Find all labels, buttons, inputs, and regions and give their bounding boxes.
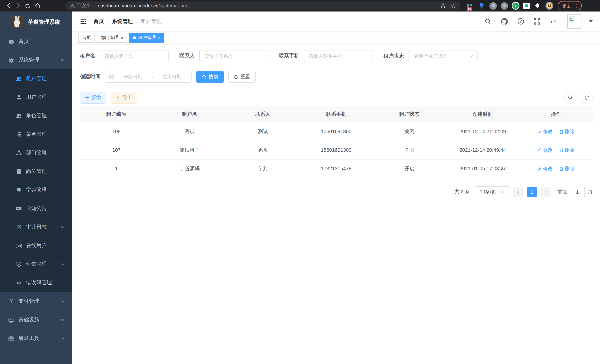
contact-input[interactable] — [199, 50, 268, 62]
page-size-select[interactable]: 10条/页 — [475, 186, 509, 197]
edit-label: 修改 — [543, 147, 553, 153]
tab-tenant[interactable]: 租户管理× — [129, 33, 164, 42]
tenant-name-input[interactable] — [100, 50, 169, 62]
sidebar-item-audit-log[interactable]: 审计日志 — [0, 218, 72, 236]
table-row: 107 测试租户 秃头 15601691300 关闭 2021-12-14 20… — [80, 141, 593, 159]
share-icon[interactable] — [440, 3, 445, 9]
sidebar-item-home[interactable]: 首页 — [0, 32, 72, 51]
menu-fold-icon[interactable] — [80, 18, 87, 25]
sidebar-item-error-code[interactable]: </> 错误码管理 — [0, 273, 72, 292]
breadcrumb-home[interactable]: 首页 — [94, 18, 104, 25]
tab-label: 首页 — [82, 35, 91, 41]
avatar[interactable] — [567, 14, 581, 28]
export-button[interactable]: 导出 — [111, 92, 137, 103]
browser-update-button[interactable]: 更新 ⋮ — [558, 1, 582, 10]
chevron-down-icon — [60, 299, 65, 304]
extension-emoji-icon[interactable] — [545, 2, 553, 10]
top-navbar: 首页 / 系统管理 / 租户管理 ? TT — [72, 11, 600, 32]
message-icon — [16, 205, 22, 212]
edit-link[interactable]: 修改 — [537, 165, 553, 172]
edit-link[interactable]: 修改 — [537, 128, 553, 135]
bookmark-star-icon[interactable]: ☆ — [451, 2, 456, 9]
tab-dept[interactable]: 部门管理× — [97, 33, 127, 42]
sidebar-item-menu[interactable]: 菜单管理 — [0, 125, 72, 144]
prev-page-button[interactable] — [513, 187, 523, 197]
extension-chat-icon[interactable] — [523, 2, 530, 9]
edit-label: 修改 — [543, 165, 553, 172]
forward-icon[interactable] — [13, 1, 23, 10]
col-tenant-id: 租户编号 — [80, 106, 153, 122]
back-icon[interactable] — [4, 1, 13, 10]
edit-link[interactable]: 修改 — [537, 147, 553, 153]
extension-tabs-icon[interactable]: 10 — [466, 2, 474, 10]
sidebar-item-devtools[interactable]: 研发工具 — [0, 329, 72, 348]
breadcrumb-separator: / — [107, 18, 109, 24]
sidebar-item-user[interactable]: 用户管理 — [0, 88, 72, 106]
delete-link[interactable]: 删除 — [559, 128, 574, 135]
export-button-label: 导出 — [122, 94, 132, 101]
reset-button[interactable]: 重置 — [228, 71, 256, 83]
status-label: 租户状态 — [383, 53, 404, 59]
header-search-icon[interactable] — [485, 18, 491, 25]
home-icon[interactable] — [33, 1, 42, 10]
col-contact: 联系人 — [226, 106, 300, 122]
extension-puzzle-icon[interactable] — [534, 2, 542, 10]
search-button[interactable]: 搜索 — [196, 71, 224, 83]
tab-label: 租户管理 — [138, 35, 156, 41]
cell-created: 2021-12-14 21:02:09 — [446, 122, 519, 141]
sidebar-logo[interactable]: 芋道管理系统 — [0, 11, 72, 32]
fullscreen-icon[interactable] — [534, 18, 541, 25]
sidebar: 芋道管理系统 首页 系统管理 租户管理 — [0, 11, 72, 364]
font-size-icon[interactable]: TT — [550, 18, 558, 25]
sidebar-item-notice[interactable]: 通知公告 — [0, 199, 72, 218]
sidebar-item-role[interactable]: 角色管理 — [0, 106, 72, 125]
sidebar-item-dict[interactable]: 字典管理 — [0, 181, 72, 199]
table-refresh-icon[interactable] — [581, 92, 593, 103]
cell-status: 关闭 — [373, 122, 446, 141]
sidebar-item-system[interactable]: 系统管理 — [0, 51, 72, 69]
github-icon[interactable] — [501, 18, 508, 25]
sidebar-item-post[interactable]: 岗位管理 — [0, 162, 72, 181]
security-label[interactable]: 不安全 — [77, 3, 91, 9]
help-icon[interactable]: ? — [517, 18, 524, 25]
org-tree-icon — [16, 150, 22, 156]
sidebar-item-online-users[interactable]: 在线用户 — [0, 236, 72, 255]
date-range-picker[interactable]: 开始日期 - 结束日期 — [105, 71, 192, 83]
user-icon — [16, 94, 22, 100]
sidebar-item-sms[interactable]: 短信管理 — [0, 255, 72, 273]
tree-list-icon — [16, 131, 22, 138]
status-select[interactable]: 请选择租户状态 — [409, 50, 478, 62]
browser-menu-icon[interactable]: ⋮ — [574, 3, 579, 8]
goto-page-input[interactable] — [570, 187, 585, 197]
delete-link[interactable]: 删除 — [559, 165, 574, 172]
close-icon[interactable]: × — [121, 36, 123, 40]
breadcrumb-section[interactable]: 系统管理 — [112, 18, 133, 25]
cell-id: 1 — [80, 159, 153, 178]
sidebar-item-dept[interactable]: 部门管理 — [0, 144, 72, 162]
add-button[interactable]: 新增 — [80, 92, 106, 103]
current-page-button[interactable]: 1 — [527, 187, 537, 197]
next-page-button[interactable] — [541, 187, 551, 197]
extension-balloon-icon[interactable] — [478, 2, 486, 10]
close-icon[interactable]: × — [158, 36, 161, 40]
yen-icon: ¥ — [8, 298, 14, 304]
avatar-caret-icon[interactable] — [589, 20, 593, 22]
cell-name: 芋道源码 — [153, 159, 226, 178]
sidebar-item-tenant[interactable]: 租户管理 — [0, 69, 72, 88]
address-bar[interactable]: 不安全 dashboard.yudao.iocoder.cn/system/te… — [65, 1, 460, 10]
sidebar-item-infra[interactable]: 基础设施 — [0, 311, 72, 329]
extension-record-icon[interactable] — [501, 2, 508, 9]
dictionary-icon — [16, 187, 22, 193]
pagination: 共 3 条 10条/页 1 前往 页 — [80, 186, 593, 197]
tab-home[interactable]: 首页 — [78, 33, 95, 42]
svg-text:T: T — [553, 18, 557, 24]
sidebar-item-pay[interactable]: ¥ 支付管理 — [0, 292, 72, 311]
table-search-toggle-icon[interactable] — [564, 92, 576, 103]
reload-icon[interactable] — [23, 1, 33, 10]
extension-y-icon[interactable]: Y — [512, 2, 519, 10]
page-content: 租户名 联系人 联系手机 租户状态 请选择租户状态 — [72, 44, 600, 364]
mobile-input[interactable] — [304, 50, 373, 62]
delete-link[interactable]: 删除 — [559, 147, 574, 153]
extension-command-icon[interactable]: ⌘ — [489, 2, 497, 9]
app-title: 芋道管理系统 — [28, 18, 60, 25]
